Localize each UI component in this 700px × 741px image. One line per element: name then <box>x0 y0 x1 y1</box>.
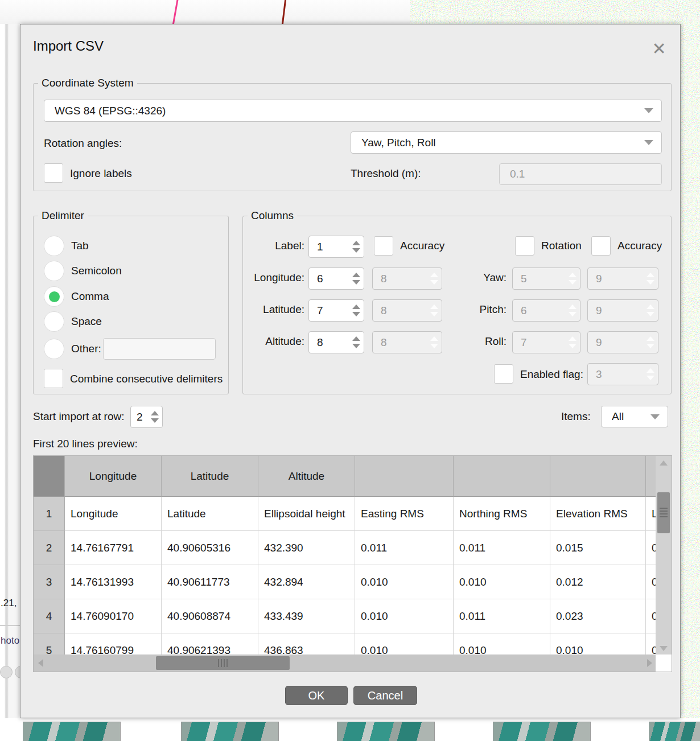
table-cell: 0.011 <box>454 531 550 565</box>
combine-delimiters-checkbox[interactable] <box>44 369 63 388</box>
altitude-accuracy-value: 8 <box>381 336 430 349</box>
other-delimiter-input[interactable] <box>103 338 216 360</box>
label-column-spinner[interactable]: 1 <box>308 236 364 258</box>
vertical-scrollbar[interactable] <box>656 456 672 656</box>
preview-label: First 20 lines preview: <box>33 438 138 450</box>
photo-thumbnail[interactable] <box>337 722 435 741</box>
spinner-up-icon[interactable] <box>352 273 360 277</box>
crs-value: WGS 84 (EPSG::4326) <box>55 105 644 117</box>
close-icon[interactable]: ✕ <box>648 37 670 60</box>
spinner-up-icon[interactable] <box>151 411 159 415</box>
roll-accuracy-spinner: 9 <box>587 331 658 353</box>
spinner-up-icon[interactable] <box>352 336 360 341</box>
preview-table-header: Longitude Latitude Altitude <box>34 456 657 497</box>
spinner-down-icon[interactable] <box>352 312 360 316</box>
crs-combobox[interactable]: WGS 84 (EPSG::4326) <box>44 100 662 122</box>
spinner-down-icon[interactable] <box>352 344 360 348</box>
pointcloud-background-top <box>410 0 700 24</box>
spinner-down-icon[interactable] <box>352 280 360 285</box>
rotation-checkbox[interactable] <box>515 236 534 256</box>
spinner-up-icon <box>430 304 438 309</box>
cancel-button[interactable]: Cancel <box>353 686 417 705</box>
ignore-labels-checkbox[interactable] <box>44 163 63 183</box>
table-cell: 432.390 <box>258 531 355 565</box>
spinner-up-icon <box>430 273 438 277</box>
table-cell: 0.010 <box>355 565 454 599</box>
workspace-background-left: .21, hoto <box>0 24 20 718</box>
spinner-up-icon[interactable] <box>352 304 360 309</box>
photo-thumbnail[interactable] <box>23 722 121 741</box>
items-value: All <box>612 410 650 423</box>
ignore-labels-label: Ignore labels <box>70 167 132 180</box>
threshold-input[interactable]: 0.1 <box>499 163 662 185</box>
longitude-accuracy-spinner: 8 <box>372 267 442 290</box>
rotation-angles-combobox[interactable]: Yaw, Pitch, Roll <box>351 131 662 154</box>
spinner-down-icon[interactable] <box>151 418 159 423</box>
altitude-spinner[interactable]: 8 <box>308 331 364 353</box>
start-import-row-spinner[interactable]: 2 <box>130 406 163 428</box>
horizontal-scrollbar[interactable] <box>34 654 657 672</box>
table-cell: Longitude <box>65 497 162 531</box>
table-cell: 0.015 <box>550 531 646 565</box>
photo-thumbnail[interactable] <box>181 722 279 741</box>
table-cell: 0.010 <box>355 599 454 633</box>
accuracy-left-checkbox[interactable] <box>374 236 393 256</box>
accuracy-right-checkbox[interactable] <box>591 236 611 256</box>
scroll-right-icon[interactable] <box>647 659 652 667</box>
spinner-down-icon[interactable] <box>352 248 360 253</box>
yaw-spinner: 5 <box>512 267 580 290</box>
coordinate-system-group: Coordinate System WGS 84 (EPSG::4326) Ro… <box>33 77 672 191</box>
spinner-down-icon <box>647 312 654 316</box>
spinner-down-icon <box>569 344 577 348</box>
table-cell: 0.023 <box>550 599 646 633</box>
enabled-flag-value: 3 <box>596 368 647 381</box>
radio-semicolon[interactable] <box>44 261 64 281</box>
scroll-up-icon[interactable] <box>660 460 668 466</box>
coords-text-fragment: .21, <box>1 598 17 609</box>
photo-thumbnail[interactable] <box>493 722 591 741</box>
spinner-up-icon[interactable] <box>352 241 360 245</box>
radio-space[interactable] <box>44 311 64 332</box>
ok-button[interactable]: OK <box>285 686 348 705</box>
panel-divider <box>0 625 20 626</box>
horizontal-scrollbar-thumb[interactable] <box>156 656 290 670</box>
radio-comma[interactable] <box>44 286 64 307</box>
altitude-accuracy-spinner: 8 <box>372 331 442 353</box>
columns-group: Columns Label: 1 Accuracy Rotation Accur… <box>242 209 672 394</box>
scroll-left-icon[interactable] <box>38 659 43 667</box>
table-cell: 14.76131993 <box>65 565 162 599</box>
header-corner-cell <box>34 456 65 497</box>
roll-value: 7 <box>521 336 569 349</box>
longitude-label: Longitude: <box>243 271 304 284</box>
combine-delimiters-label: Combine consecutive delimiters <box>70 373 223 385</box>
items-combobox[interactable]: All <box>601 406 668 427</box>
rotation-angles-value: Yaw, Pitch, Roll <box>361 137 644 149</box>
spinner-down-icon <box>430 312 438 316</box>
flightpath-line-pink <box>168 0 181 24</box>
header-cell <box>550 456 646 497</box>
photo-thumbnail[interactable] <box>649 722 700 741</box>
header-cell: Altitude <box>258 456 355 497</box>
header-cell <box>355 456 454 497</box>
radio-other[interactable] <box>44 339 64 359</box>
spinner-up-icon <box>569 273 577 277</box>
radio-comma-label: Comma <box>71 290 109 303</box>
photos-panel-label-fragment: hoto <box>1 635 19 647</box>
table-cell: Northing RMS <box>454 497 550 531</box>
table-cell: 14.76167791 <box>65 531 162 565</box>
scroll-down-icon[interactable] <box>660 646 668 651</box>
radio-semicolon-label: Semicolon <box>71 265 122 277</box>
radio-tab[interactable] <box>44 236 64 256</box>
longitude-spinner[interactable]: 6 <box>308 267 364 290</box>
label-column-label: Label: <box>243 240 304 252</box>
yaw-accuracy-value: 9 <box>596 273 647 285</box>
enabled-flag-checkbox[interactable] <box>494 364 513 384</box>
vertical-scrollbar-thumb[interactable] <box>657 492 670 533</box>
table-cell: 0.011 <box>454 599 550 633</box>
latitude-value: 7 <box>317 304 352 317</box>
table-cell: 433.439 <box>258 599 355 633</box>
latitude-spinner[interactable]: 7 <box>308 299 364 322</box>
table-cell: 14.76090170 <box>65 599 162 633</box>
chevron-down-icon <box>650 414 660 419</box>
spinner-down-icon <box>647 344 654 348</box>
